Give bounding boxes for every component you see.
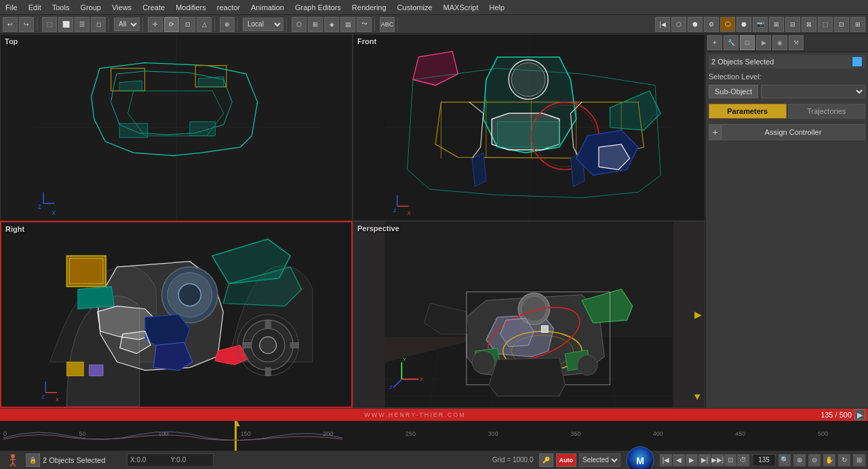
select-scale-btn[interactable]: ⊡ <box>180 17 195 32</box>
svg-point-67 <box>472 351 494 373</box>
select-move-btn[interactable]: ✛ <box>148 17 163 32</box>
schematic-btn[interactable]: ⬡ <box>671 17 686 32</box>
selection-level-label: Selection Level: <box>709 73 762 81</box>
menu-maxscript[interactable]: MAXScript <box>438 2 484 13</box>
viewport-perspective[interactable]: Perspective ▶ ▼ <box>353 221 705 408</box>
render-setup-btn[interactable]: ⚙ <box>704 17 719 32</box>
active-shade-btn[interactable]: ⬣ <box>736 17 751 32</box>
selected-dropdown[interactable]: Selected <box>579 453 620 467</box>
trajectories-button[interactable]: Trajectories <box>788 104 866 119</box>
menu-modifiers[interactable]: Modifiers <box>170 2 212 13</box>
select-all-btn[interactable]: ◻ <box>91 17 106 32</box>
layer-btn[interactable]: ▤ <box>340 17 355 32</box>
svg-rect-40 <box>265 367 271 375</box>
svg-point-31 <box>178 284 201 306</box>
select-by-name-btn[interactable]: ☰ <box>75 17 90 32</box>
more-btn5[interactable]: ⊡ <box>834 17 849 32</box>
menu-help[interactable]: Help <box>484 2 511 13</box>
menu-create[interactable]: Create <box>137 2 170 13</box>
motion-tab[interactable]: ▶ <box>756 35 771 50</box>
menu-graph-editors[interactable]: Graph Editors <box>290 2 347 13</box>
assign-controller-label[interactable]: Assign Controller <box>722 127 865 138</box>
modify-tab[interactable]: 🔧 <box>724 35 738 50</box>
menu-views[interactable]: Views <box>106 2 137 13</box>
parameters-button[interactable]: Parameters <box>709 104 787 119</box>
auto-key-button[interactable]: Auto <box>556 453 577 467</box>
select-region-btn[interactable]: ⬜ <box>58 17 73 32</box>
menu-animation[interactable]: Animation <box>245 2 290 13</box>
viewport-front[interactable]: Front <box>353 34 705 221</box>
right-panel: ✦ 🔧 ⊡ ▶ ◉ ⚒ 2 Objects Selected Selection… <box>705 34 868 408</box>
max-viewport-btn[interactable]: ⊞ <box>853 454 865 466</box>
scale-type-btn[interactable]: △ <box>197 17 212 32</box>
vp-nav-arrow-bottom[interactable]: ▼ <box>692 391 702 402</box>
x-label: X: <box>130 456 136 464</box>
render-btn[interactable]: 🖵 <box>720 17 735 32</box>
key-btn[interactable]: 🔑 <box>539 453 553 467</box>
sub-object-button[interactable]: Sub-Object <box>709 85 758 98</box>
menu-file[interactable]: File <box>0 2 23 13</box>
timeline-expand-btn[interactable]: ▶ <box>854 409 865 420</box>
y-input[interactable] <box>176 456 210 464</box>
svg-rect-6 <box>190 122 215 136</box>
select-rotate-btn[interactable]: ⟳ <box>164 17 179 32</box>
redo-button[interactable]: ↪ <box>19 17 34 32</box>
display-tab[interactable]: ◉ <box>772 35 787 50</box>
assign-controller-plus[interactable]: + <box>709 125 722 140</box>
toolbar-sep-3 <box>142 18 145 31</box>
vp-nav-arrow[interactable]: ▶ <box>694 309 702 320</box>
selection-level-row: Selection Level: <box>709 73 865 81</box>
undo-button[interactable]: ↩ <box>3 17 18 32</box>
svg-text:X: X <box>56 396 59 403</box>
go-to-end-btn[interactable]: ▶▶| <box>711 454 724 466</box>
filter-dropdown[interactable]: All <box>114 18 140 31</box>
panel-content: 2 Objects Selected Selection Level: Sub-… <box>706 52 868 408</box>
zoom-out-btn[interactable]: ⊖ <box>808 454 821 466</box>
timeline-track[interactable]: 0 50 100 150 200 250 300 350 400 450 500 <box>0 421 868 451</box>
render-frame-btn[interactable]: 📷 <box>753 17 768 32</box>
align-opts-btn[interactable]: ◈ <box>324 17 339 32</box>
more-btn1[interactable]: ⊞ <box>769 17 784 32</box>
pivot-btn[interactable]: ⊕ <box>220 17 235 32</box>
viewport-right[interactable]: Right <box>0 221 353 408</box>
viewport-top[interactable]: Top Z <box>0 34 353 221</box>
frame-number-display[interactable]: 135 <box>752 454 776 466</box>
hierarchy-tab[interactable]: ⊡ <box>740 35 755 50</box>
more-btn6[interactable]: ⊞ <box>850 17 865 32</box>
menu-group[interactable]: Group <box>75 2 106 13</box>
track-view-btn[interactable]: |◀ <box>655 17 670 32</box>
mirror-btn[interactable]: ⬡ <box>292 17 307 32</box>
pan-btn[interactable]: ✋ <box>823 454 835 466</box>
align-btn[interactable]: ⊞ <box>308 17 323 32</box>
lock-btn[interactable]: 🔒 <box>26 453 40 467</box>
go-to-start-btn[interactable]: |◀ <box>660 454 672 466</box>
select-btn[interactable]: ⬚ <box>42 17 57 32</box>
curve-btn[interactable]: 〜 <box>357 17 372 32</box>
key-mode-btn[interactable]: ⊡ <box>724 454 736 466</box>
time-config-btn[interactable]: ⏱ <box>737 454 749 466</box>
ref-coord-dropdown[interactable]: Local <box>243 18 283 31</box>
viewport-right-content: Z X <box>1 222 351 407</box>
more-btn4[interactable]: ⬚ <box>818 17 833 32</box>
x-input[interactable] <box>136 456 170 464</box>
menu-reactor[interactable]: reactor <box>212 2 245 13</box>
prev-frame-btn[interactable]: ◀ <box>673 454 685 466</box>
menu-customize[interactable]: Customize <box>392 2 438 13</box>
more-btn2[interactable]: ⊟ <box>785 17 800 32</box>
sub-object-dropdown[interactable] <box>761 85 865 98</box>
menu-edit[interactable]: Edit <box>23 2 47 13</box>
next-frame-btn[interactable]: ▶| <box>698 454 711 466</box>
more-btn3[interactable]: ⊠ <box>802 17 816 32</box>
menu-rendering[interactable]: Rendering <box>347 2 392 13</box>
svg-text:X: X <box>52 209 56 216</box>
create-tab[interactable]: ✦ <box>707 35 722 50</box>
material-editor-btn[interactable]: ⬢ <box>688 17 703 32</box>
play-btn[interactable]: ▶ <box>686 454 698 466</box>
menu-tools[interactable]: Tools <box>47 2 75 13</box>
zoom-in-btn[interactable]: ⊕ <box>793 454 806 466</box>
utilities-tab[interactable]: ⚒ <box>789 35 804 50</box>
named-sets-btn[interactable]: ABC <box>380 17 395 32</box>
zoom-extents-btn[interactable]: 🔍 <box>778 454 791 466</box>
arc-rotate-btn[interactable]: ↻ <box>838 454 850 466</box>
timeline-drag-handle[interactable] <box>3 409 9 421</box>
